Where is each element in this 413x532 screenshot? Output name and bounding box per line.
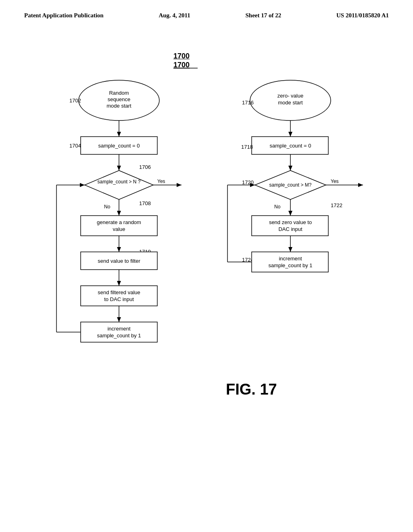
node-1708-shape (81, 216, 157, 236)
node-1716-text2: mode start (278, 100, 303, 106)
node-1724-text2: sample_count by 1 (268, 262, 312, 268)
node-1712-text1: send filtered value (98, 289, 140, 295)
label-1704: 1704 (69, 143, 81, 149)
no-right-label: No (274, 204, 281, 210)
patent-number-label: US 2011/0185820 A1 (336, 11, 389, 20)
node-1712-shape (81, 286, 157, 306)
fig-label: FIG. 17 (226, 381, 277, 398)
node-1706-text: sample_count > N ? (97, 179, 140, 185)
flowchart-svg: Random sequence mode start 1702 sample_c… (0, 24, 413, 499)
arrowhead-1708-to-1710 (117, 247, 121, 252)
node-1710-text: send value to filter (98, 258, 140, 264)
label-1706: 1706 (139, 164, 151, 170)
diagram-area: 1700 Random sequence mode start 1702 sam… (0, 24, 413, 499)
node-1720-text: sample_count > M? (269, 182, 311, 188)
node-1702-text1: Random (109, 90, 129, 96)
node-1718-text: sample_count = 0 (270, 143, 311, 149)
node-1724-text1: increment (279, 256, 302, 262)
publication-label: Patent Application Publication (24, 11, 104, 20)
node-1702-text3: mode start (106, 103, 131, 109)
label-1702: 1702 (69, 98, 81, 104)
node-1708-text2: value (113, 226, 125, 232)
node-1714-text2: sample_count by 1 (97, 332, 141, 339)
node-1716-text1: zero- value (277, 93, 303, 99)
arrowhead-1718-to-1720 (288, 166, 292, 170)
arrowhead-1704-to-1706 (117, 166, 121, 170)
arrowhead-1712-to-1714 (117, 317, 121, 322)
arrowhead-1716-to-1718 (288, 132, 292, 137)
page-header: Patent Application Publication Aug. 4, 2… (0, 0, 413, 20)
node-1708-text1: generate a random (97, 219, 141, 225)
label-1708: 1708 (139, 200, 151, 206)
label-1718: 1718 (241, 144, 253, 150)
yes-right-label: Yes (331, 179, 339, 184)
yes-left-label: Yes (157, 179, 165, 184)
node-1714-shape (81, 322, 157, 342)
node-1722-text2: DAC input (278, 226, 302, 232)
node-1702-text2: sequence (108, 96, 130, 102)
node-1722-text1: send zero value to (269, 219, 312, 225)
arrowhead-yes-right (358, 183, 363, 187)
arrowhead-yes-left (177, 183, 181, 187)
node-1724-shape (252, 252, 328, 272)
node-1722-shape (252, 216, 328, 236)
node-1712-text2: to DAC input (104, 296, 134, 302)
date-label: Aug. 4, 2011 (159, 11, 190, 20)
sheet-label: Sheet 17 of 22 (245, 11, 281, 20)
arrowhead-loop-left (80, 183, 85, 187)
node-1704-text: sample_count = 0 (98, 143, 140, 149)
diagram-title-svg: 1700 (173, 61, 190, 69)
arrowhead-1702-to-1704 (117, 132, 121, 137)
arrowhead-1722-to-1724 (288, 247, 292, 252)
label-1716: 1716 (242, 100, 254, 106)
arrowhead-1706-no (117, 211, 121, 216)
label-1722: 1722 (331, 202, 342, 208)
node-1706-shape (85, 170, 153, 200)
arrowhead-1710-to-1712 (117, 281, 121, 286)
no-left-label: No (104, 204, 111, 210)
node-1714-text1: increment (107, 326, 130, 332)
arrowhead-1720-no (288, 211, 292, 216)
